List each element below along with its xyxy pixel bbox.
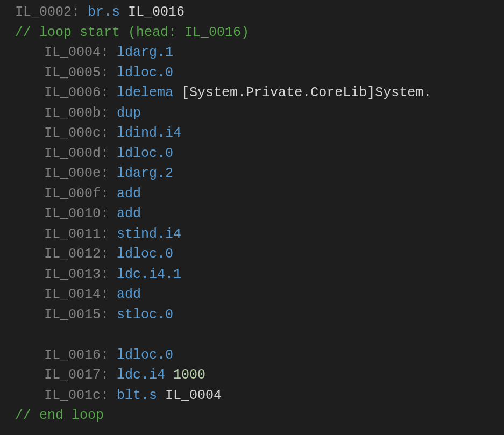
colon: : bbox=[101, 388, 117, 403]
opcode: stloc.0 bbox=[117, 307, 173, 323]
code-line: IL_0016: ldloc.0 bbox=[0, 345, 504, 366]
colon: : bbox=[101, 307, 117, 323]
colon: : bbox=[101, 65, 117, 81]
opcode: ldelema bbox=[117, 85, 173, 101]
code-line bbox=[0, 325, 504, 345]
il-label: IL_000b bbox=[44, 105, 101, 121]
opcode: blt.s bbox=[117, 388, 157, 403]
il-label: IL_0012 bbox=[44, 246, 101, 262]
il-label: IL_0014 bbox=[44, 287, 101, 302]
opcode: add bbox=[117, 287, 141, 302]
operand: IL_0016 bbox=[128, 4, 184, 20]
il-label: IL_0015 bbox=[44, 307, 101, 323]
comment: // loop start (head: IL_0016) bbox=[15, 25, 249, 40]
code-line: IL_0002: br.s IL_0016 bbox=[0, 2, 504, 23]
il-label: IL_0016 bbox=[44, 347, 101, 363]
opcode: ldind.i4 bbox=[117, 125, 181, 141]
colon: : bbox=[101, 146, 117, 161]
operand: IL_0004 bbox=[165, 388, 222, 403]
opcode: ldarg.2 bbox=[117, 166, 173, 181]
code-block: IL_0002: br.s IL_0016// loop start (head… bbox=[0, 0, 504, 426]
il-label: IL_0005 bbox=[44, 65, 101, 81]
colon: : bbox=[101, 105, 117, 121]
code-line: IL_000b: dup bbox=[0, 103, 504, 124]
code-line: IL_0010: add bbox=[0, 204, 504, 224]
colon: : bbox=[101, 85, 117, 101]
colon: : bbox=[101, 125, 117, 141]
il-label: IL_0002 bbox=[15, 4, 72, 20]
opcode: ldc.i4.1 bbox=[117, 267, 181, 282]
code-line: IL_000c: ldind.i4 bbox=[0, 123, 504, 144]
opcode: ldloc.0 bbox=[117, 347, 173, 363]
colon: : bbox=[101, 367, 117, 383]
operand: [System.Private.CoreLib]System. bbox=[181, 85, 431, 101]
colon: : bbox=[101, 347, 117, 363]
opcode: ldloc.0 bbox=[117, 65, 173, 81]
code-line: // end loop bbox=[0, 405, 504, 426]
opcode: add bbox=[117, 186, 141, 202]
opcode: ldloc.0 bbox=[117, 146, 173, 161]
opcode: stind.i4 bbox=[117, 226, 181, 242]
opcode: dup bbox=[117, 105, 141, 121]
code-line: IL_001c: blt.s IL_0004 bbox=[0, 386, 504, 406]
opcode: add bbox=[117, 206, 141, 222]
code-line: IL_000e: ldarg.2 bbox=[0, 163, 504, 184]
code-line: IL_0014: add bbox=[0, 284, 504, 305]
code-line: IL_0006: ldelema [System.Private.CoreLib… bbox=[0, 83, 504, 103]
colon: : bbox=[101, 186, 117, 202]
code-line: IL_0017: ldc.i4 1000 bbox=[0, 365, 504, 386]
il-label: IL_0004 bbox=[44, 45, 101, 60]
comment: // end loop bbox=[15, 408, 104, 423]
code-line: IL_0012: ldloc.0 bbox=[0, 244, 504, 265]
opcode: ldc.i4 bbox=[117, 367, 165, 383]
il-label: IL_000d bbox=[44, 146, 101, 161]
code-line: IL_000d: ldloc.0 bbox=[0, 144, 504, 164]
il-label: IL_0017 bbox=[44, 367, 101, 383]
il-label: IL_0006 bbox=[44, 85, 101, 101]
colon: : bbox=[101, 45, 117, 60]
il-label: IL_0010 bbox=[44, 206, 101, 222]
opcode: br.s bbox=[88, 4, 120, 20]
il-label: IL_000c bbox=[44, 125, 101, 141]
il-label: IL_0013 bbox=[44, 267, 101, 282]
il-label: IL_001c bbox=[44, 388, 101, 403]
code-line: IL_0015: stloc.0 bbox=[0, 305, 504, 325]
il-label: IL_000f bbox=[44, 186, 101, 202]
code-line: IL_000f: add bbox=[0, 184, 504, 204]
code-line: IL_0004: ldarg.1 bbox=[0, 42, 504, 63]
colon: : bbox=[101, 226, 117, 242]
code-line: IL_0013: ldc.i4.1 bbox=[0, 265, 504, 285]
opcode: ldloc.0 bbox=[117, 246, 173, 262]
code-line: // loop start (head: IL_0016) bbox=[0, 23, 504, 43]
operand: 1000 bbox=[173, 367, 205, 383]
il-label: IL_000e bbox=[44, 166, 101, 181]
colon: : bbox=[101, 287, 117, 302]
code-line: IL_0005: ldloc.0 bbox=[0, 63, 504, 83]
colon: : bbox=[101, 246, 117, 262]
colon: : bbox=[72, 4, 88, 20]
il-label: IL_0011 bbox=[44, 226, 101, 242]
colon: : bbox=[101, 206, 117, 222]
colon: : bbox=[101, 166, 117, 181]
code-line: IL_0011: stind.i4 bbox=[0, 224, 504, 245]
colon: : bbox=[101, 267, 117, 282]
opcode: ldarg.1 bbox=[117, 45, 173, 60]
